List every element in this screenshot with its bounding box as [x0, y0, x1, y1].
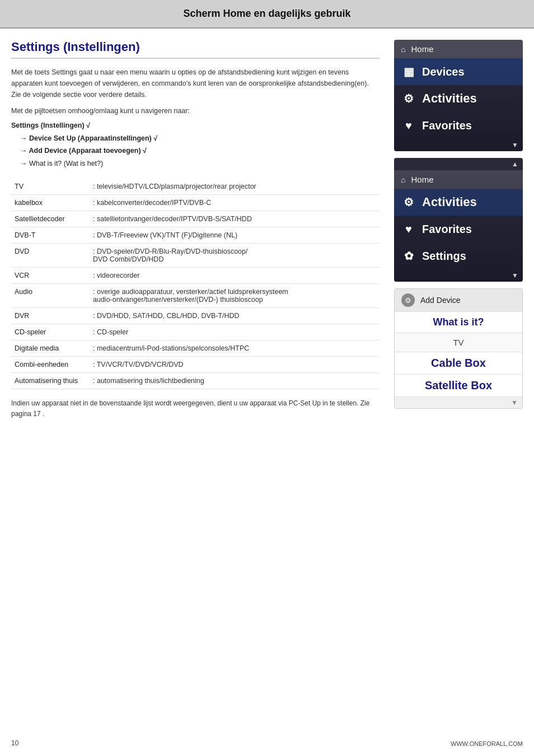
device-description: : CD-speler	[90, 324, 380, 340]
panel3-add-device-label: Add Device	[420, 296, 461, 305]
table-row: Digitale media: mediacentrum/i-Pod-stati…	[11, 340, 380, 357]
device-name: DVB-T	[11, 227, 90, 244]
panel2-activities-row: ⚙ Activities	[394, 189, 523, 216]
panel1-favorites-label: Favorites	[422, 119, 472, 132]
device-description: : mediacentrum/i-Pod-stations/spelconsol…	[90, 340, 380, 357]
device-description: : DVD/HDD, SAT/HDD, CBL/HDD, DVB-T/HDD	[90, 308, 380, 324]
table-row: Audio: overige audioapparatuur, versterk…	[11, 284, 380, 308]
panel1-devices-label: Devices	[422, 66, 465, 78]
device-name: DVR	[11, 308, 90, 324]
device-description: : televisie/HDTV/LCD/plasma/projector/re…	[90, 179, 380, 195]
table-row: CD-speler: CD-speler	[11, 324, 380, 340]
devices-icon: ▦	[401, 64, 416, 80]
panel1-home-label: Home	[411, 44, 433, 54]
right-panel: ⌂ Home ▦ Devices ⚙ Activities ♥ Favorite…	[394, 40, 523, 419]
panel2-favorites-row: ♥ Favorites	[394, 216, 523, 242]
panel3-what-is-it-row: What is it?	[395, 312, 522, 333]
section-title: Settings (Instellingen)	[11, 40, 380, 59]
favorites-icon: ♥	[401, 118, 416, 133]
device-description: : TV/VCR/TV/DVD/VCR/DVD	[90, 357, 380, 373]
description1: Met de toets Settings gaat u naar een me…	[11, 67, 380, 100]
favorites2-icon: ♥	[401, 221, 416, 237]
panel2-home-row: ⌂ Home	[394, 170, 523, 189]
ui-panel-3: ⚙ Add Device What is it? TV Cable Box Sa…	[394, 288, 523, 409]
device-name: Combi-eenheden	[11, 357, 90, 373]
add-device-icon: ⚙	[401, 293, 415, 307]
panel2-settings-row: ✿ Settings	[394, 242, 523, 269]
table-row: DVR: DVD/HDD, SAT/HDD, CBL/HDD, DVB-T/HD…	[11, 308, 380, 324]
panel3-tv-label: TV	[453, 338, 463, 347]
panel1-favorites-row: ♥ Favorites	[394, 112, 523, 139]
panel2-home-label: Home	[411, 175, 433, 184]
device-description: : DVB-T/Freeview (VK)/TNT (F)/Digitenne …	[90, 227, 380, 244]
panel1-activities-row: ⚙ Activities	[394, 85, 523, 112]
page-website: WWW.ONEFORALL.COM	[451, 740, 523, 747]
device-name: VCR	[11, 268, 90, 284]
menu-item-settings: Settings (Instellingen) √	[11, 119, 380, 132]
panel3-add-device-row: ⚙ Add Device	[395, 289, 522, 312]
panel1-activities-label: Activities	[422, 91, 477, 106]
panel3-arrow-down: ▼	[395, 397, 522, 408]
left-panel: Settings (Instellingen) Met de toets Set…	[11, 40, 385, 419]
panel1-home-row: ⌂ Home	[394, 40, 523, 58]
device-name: TV	[11, 179, 90, 195]
panel2-activities-label: Activities	[422, 195, 477, 209]
table-row: TV: televisie/HDTV/LCD/plasma/projector/…	[11, 179, 380, 195]
device-name: kabelbox	[11, 195, 90, 211]
footer-note: Indien uw apparaat niet in de bovenstaan…	[11, 398, 380, 419]
device-description: : kabelconverter/decoder/IPTV/DVB-C	[90, 195, 380, 211]
page-number: 10	[11, 739, 18, 747]
table-row: DVD: DVD-speler/DVD-R/Blu-Ray/DVD-thuisb…	[11, 244, 380, 268]
table-row: DVB-T: DVB-T/Freeview (VK)/TNT (F)/Digit…	[11, 227, 380, 244]
table-row: Satellietdecoder: satellietontvanger/dec…	[11, 211, 380, 227]
panel2-arrow-up: ▲	[394, 158, 523, 170]
table-row: VCR: videorecorder	[11, 268, 380, 284]
device-name: Digitale media	[11, 340, 90, 357]
panel3-what-is-it-label: What is it?	[433, 316, 484, 328]
device-table: TV: televisie/HDTV/LCD/plasma/projector/…	[11, 179, 380, 389]
table-row: kabelbox: kabelconverter/decoder/IPTV/DV…	[11, 195, 380, 211]
home-icon: ⌂	[401, 45, 405, 54]
panel2-favorites-label: Favorites	[422, 223, 472, 236]
device-name: Satellietdecoder	[11, 211, 90, 227]
panel1-arrow-down: ▼	[394, 139, 523, 151]
home2-icon: ⌂	[401, 175, 405, 184]
device-description: : DVD-speler/DVD-R/Blu-Ray/DVD-thuisbios…	[90, 244, 380, 268]
panel3-cable-box-label: Cable Box	[431, 357, 486, 370]
header-title: Scherm Home en dagelijks gebruik	[183, 8, 350, 19]
panel3-tv-row: TV	[395, 333, 522, 352]
device-name: Automatisering thuis	[11, 373, 90, 389]
device-description: : satellietontvanger/decoder/IPTV/DVB-S/…	[90, 211, 380, 227]
settings2-icon: ✿	[401, 248, 416, 264]
activities-icon: ⚙	[401, 91, 416, 106]
panel3-cable-box-row: Cable Box	[395, 352, 522, 375]
ui-panel-2: ▲ ⌂ Home ⚙ Activities ♥ Favorites ✿ Sett…	[394, 158, 523, 282]
device-description: : overige audioapparatuur, versterker/ac…	[90, 284, 380, 308]
device-description: : automatisering thuis/lichtbediening	[90, 373, 380, 389]
panel3-satellite-box-row: Satellite Box	[395, 375, 522, 397]
panel3-satellite-box-label: Satellite Box	[425, 379, 492, 392]
activities2-icon: ⚙	[401, 194, 416, 210]
table-row: Combi-eenheden: TV/VCR/TV/DVD/VCR/DVD	[11, 357, 380, 373]
device-name: Audio	[11, 284, 90, 308]
ui-panel-1: ⌂ Home ▦ Devices ⚙ Activities ♥ Favorite…	[394, 40, 523, 151]
menu-item-setup: → Device Set Up (Apparaatinstellingen) √	[11, 132, 380, 145]
panel2-arrow-down: ▼	[394, 269, 523, 282]
panel2-settings-label: Settings	[422, 250, 466, 263]
navigate-label: Met de pijltoetsen omhoog/omlaag kunt u …	[11, 107, 380, 115]
menu-item-what: → What is it? (Wat is het?)	[11, 157, 380, 170]
device-description: : videorecorder	[90, 268, 380, 284]
device-name: DVD	[11, 244, 90, 268]
page-header: Scherm Home en dagelijks gebruik	[0, 0, 534, 29]
panel1-devices-row: ▦ Devices	[394, 58, 523, 85]
menu-list: Settings (Instellingen) √ → Device Set U…	[11, 119, 380, 170]
table-row: Automatisering thuis: automatisering thu…	[11, 373, 380, 389]
device-name: CD-speler	[11, 324, 90, 340]
menu-item-add-device: → Add Device (Apparaat toevoegen) √	[11, 144, 380, 157]
